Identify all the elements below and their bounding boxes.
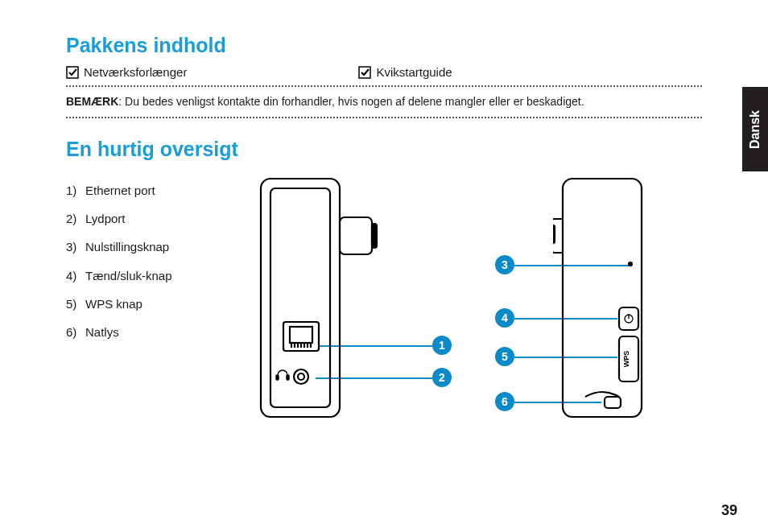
- manual-page: Pakkens indhold Netværksforlænger Kvikst…: [0, 0, 768, 532]
- check-label: Kvikstartguide: [376, 65, 452, 79]
- legend-item: 3)Nulstillingsknap: [66, 240, 231, 254]
- power-icon: [625, 314, 633, 323]
- check-item-guide: Kvikstartguide: [358, 65, 702, 79]
- check-label: Netværksforlænger: [84, 65, 187, 79]
- svg-rect-24: [605, 397, 621, 408]
- wps-label: WPS: [622, 351, 630, 368]
- content-area: Pakkens indhold Netværksforlænger Kvikst…: [66, 34, 702, 443]
- callout-4: 4: [495, 308, 514, 328]
- note-text: BEMÆRK: Du bedes venligst kontakte din f…: [66, 87, 702, 117]
- svg-point-21: [629, 262, 632, 266]
- svg-rect-1: [359, 67, 370, 78]
- section-quick-overview: En hurtig oversigt 1)Ethernet port 2)Lyd…: [66, 138, 702, 443]
- device-diagram: WPS 1 2 3 4 5 6: [231, 169, 702, 443]
- svg-rect-20: [553, 225, 555, 243]
- device-left-illustration: [251, 169, 380, 427]
- page-number: 39: [721, 502, 737, 519]
- note-label: BEMÆRK: [66, 95, 118, 108]
- callout-2: 2: [432, 368, 452, 387]
- legend-item: 6)Natlys: [66, 325, 231, 339]
- svg-rect-3: [372, 224, 377, 248]
- legend-item: 1)Ethernet port: [66, 184, 231, 197]
- legend-list: 1)Ethernet port 2)Lydport 3)Nulstillings…: [66, 169, 231, 443]
- callout-5: 5: [495, 347, 514, 366]
- checkbox-checked-icon: [66, 66, 79, 79]
- note-body: : Du bedes venligst kontakte din forhand…: [118, 95, 584, 108]
- language-tab: Dansk: [742, 87, 768, 171]
- checkbox-checked-icon: [358, 66, 371, 79]
- callout-3: 3: [495, 255, 514, 274]
- svg-rect-18: [287, 375, 289, 380]
- checklist: Netværksforlænger Kvikstartguide: [66, 65, 702, 79]
- svg-point-15: [294, 369, 308, 384]
- check-item-extender: Netværksforlænger: [66, 65, 187, 79]
- legend-item: 4)Tænd/sluk-knap: [66, 269, 231, 282]
- heading-quick-overview: En hurtig oversigt: [66, 138, 702, 161]
- heading-package-contents: Pakkens indhold: [66, 34, 702, 57]
- svg-point-16: [298, 373, 304, 380]
- divider-dotted: [66, 117, 702, 118]
- svg-rect-0: [67, 67, 78, 78]
- svg-rect-4: [261, 179, 340, 417]
- svg-rect-2: [340, 217, 372, 254]
- device-right-illustration: WPS: [553, 169, 666, 427]
- svg-rect-17: [276, 375, 279, 380]
- overview-row: 1)Ethernet port 2)Lydport 3)Nulstillings…: [66, 169, 702, 443]
- legend-item: 2)Lydport: [66, 212, 231, 225]
- callout-6: 6: [495, 392, 514, 411]
- legend-item: 5)WPS knap: [66, 297, 231, 311]
- callout-1: 1: [432, 336, 452, 355]
- headphone-icon: [276, 370, 289, 380]
- svg-rect-7: [290, 327, 312, 343]
